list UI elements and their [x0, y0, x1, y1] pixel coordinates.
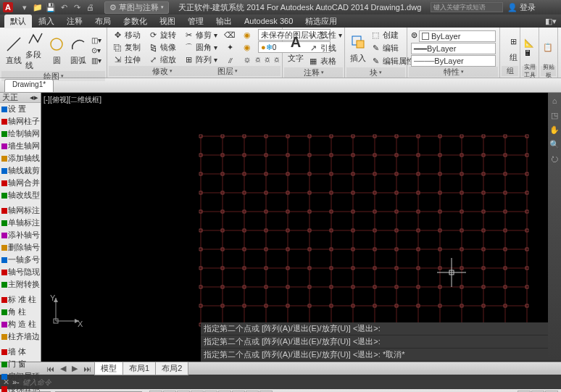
- qat-new-icon[interactable]: ▾: [19, 1, 30, 13]
- qat-open-icon[interactable]: 📁: [32, 1, 43, 13]
- sidebar-item[interactable]: 轴网合并: [0, 177, 41, 189]
- polyline-button[interactable]: 多段线: [25, 29, 46, 71]
- color-combo[interactable]: ByLayer: [419, 30, 496, 42]
- linear-dim-button[interactable]: ↔线性▾: [307, 29, 344, 41]
- sidebar-item[interactable]: 墙生轴网: [0, 140, 41, 152]
- cmd-close-icon[interactable]: ✕: [3, 378, 9, 387]
- nav-viewcube-icon[interactable]: ◳: [549, 110, 560, 120]
- ribbon-tabs: 默认 插入 注释 布局 参数化 视图 管理 输出 Autodesk 360 精选…: [0, 14, 561, 28]
- sidebar-item[interactable]: 门 窗: [0, 358, 41, 370]
- tab-a360[interactable]: Autodesk 360: [238, 15, 299, 27]
- match-prop-icon[interactable]: ⊜: [411, 30, 417, 42]
- leader-button[interactable]: ↗引线: [307, 42, 344, 54]
- sidebar-item[interactable]: 墙 体: [0, 346, 41, 358]
- tab-annotate[interactable]: 注释: [61, 14, 88, 28]
- draw-more-3[interactable]: ▥▾: [90, 56, 103, 65]
- arc-button[interactable]: 圆弧: [68, 35, 88, 66]
- tab-view[interactable]: 视图: [154, 14, 181, 28]
- erase-button[interactable]: ⌫: [223, 29, 236, 41]
- sidebar-item-icon: [1, 131, 7, 137]
- sidebar-item[interactable]: 轴号隐现: [0, 266, 41, 278]
- tab-model[interactable]: 模型: [94, 362, 123, 375]
- tab-manage[interactable]: 管理: [182, 14, 209, 28]
- move-button[interactable]: ✥移动: [111, 29, 142, 41]
- tab-layout[interactable]: 布局: [89, 14, 117, 28]
- sidebar-item[interactable]: 删除轴号: [0, 241, 41, 254]
- sidebar-item[interactable]: 绘制轴网: [0, 128, 41, 140]
- tab-featured[interactable]: 精选应用: [299, 14, 343, 28]
- offset-button[interactable]: ⫽: [223, 54, 236, 66]
- trim-button[interactable]: ✂修剪▾: [182, 29, 219, 41]
- cmd-input[interactable]: [22, 378, 558, 386]
- stretch-button[interactable]: ⇲拉伸: [111, 54, 142, 66]
- fillet-button[interactable]: ⌒圆角▾: [182, 41, 219, 54]
- linetype-combo[interactable]: ──── ByLayer: [411, 55, 496, 67]
- insert-button[interactable]: 插入: [349, 33, 367, 64]
- tab-nav-last[interactable]: ⏭: [80, 364, 94, 373]
- draw-more-1[interactable]: ◫▾: [90, 36, 103, 45]
- qat-save-icon[interactable]: 💾: [45, 1, 57, 13]
- drawing-canvas[interactable]: [-][俯视][二维线框] X Y 指定第二个点或 [阵列(A)/退出(E)/放…: [41, 93, 561, 362]
- sidebar-item[interactable]: 添加轴线: [0, 152, 41, 164]
- qat-undo-icon[interactable]: ↶: [58, 1, 70, 13]
- sidebar-item[interactable]: 单轴标注: [0, 217, 41, 229]
- array-button[interactable]: ⊞阵列▾: [182, 54, 219, 66]
- sidebar-item[interactable]: 构 造 柱: [0, 318, 41, 330]
- sidebar-item[interactable]: 一轴多号: [0, 254, 41, 266]
- sidebar-item[interactable]: 轴网柱子: [0, 115, 41, 128]
- sidebar-item[interactable]: 轴线裁剪: [0, 164, 41, 177]
- qat-redo-icon[interactable]: ↷: [71, 1, 83, 13]
- nav-zoom-icon[interactable]: 🔍: [549, 139, 560, 149]
- nav-home-icon[interactable]: ⌂: [549, 96, 560, 106]
- sidebar-item[interactable]: 角 柱: [0, 306, 41, 318]
- sidebar-item[interactable]: 轴网标注: [0, 204, 41, 217]
- qat-print-icon[interactable]: 🖨: [84, 1, 96, 13]
- panel-layer-title: 图层: [217, 66, 233, 77]
- tab-parametric[interactable]: 参数化: [117, 14, 153, 28]
- sidebar-header[interactable]: 天正 ◂▸: [0, 93, 41, 103]
- rotate-button[interactable]: ⟳旋转: [146, 29, 178, 41]
- tab-insert[interactable]: 插入: [33, 14, 60, 28]
- sidebar-item[interactable]: 添补轴号: [0, 229, 41, 241]
- ribbon-collapse-icon[interactable]: ◧▾: [545, 17, 557, 26]
- workspace-switcher[interactable]: ⚙ 草图与注释 ▾: [104, 1, 169, 14]
- tab-nav-first[interactable]: ⏮: [43, 364, 57, 373]
- axis-grid: [201, 136, 549, 346]
- calc-icon[interactable]: 🖩: [524, 49, 534, 57]
- user-icon: 👤: [507, 3, 518, 12]
- search-box[interactable]: 键入关键字或短语: [431, 2, 503, 12]
- login-button[interactable]: 👤 登录: [507, 2, 536, 13]
- sidebar-item[interactable]: 柱齐墙边: [0, 330, 41, 343]
- lineweight-combo[interactable]: ━━━ ByLayer: [411, 43, 496, 54]
- scale-button[interactable]: ⤢缩放: [146, 54, 178, 66]
- viewport-label[interactable]: [-][俯视][二维线框]: [43, 95, 101, 105]
- mirror-button[interactable]: ⧎镜像: [146, 41, 178, 54]
- sidebar-item[interactable]: 标 准 柱: [0, 293, 41, 306]
- tab-layout2[interactable]: 布局2: [155, 362, 188, 375]
- paste-icon[interactable]: 📋: [543, 43, 553, 52]
- tab-nav-prev[interactable]: ◀: [57, 364, 69, 373]
- text-button[interactable]: A文字: [286, 33, 305, 64]
- line-button[interactable]: 直线: [4, 35, 24, 66]
- sidebar-item[interactable]: 轴改线型: [0, 189, 41, 201]
- layer-tools[interactable]: ⛭⛭ ⛭ ⛭: [241, 54, 282, 66]
- file-tab-drawing1[interactable]: Drawing1*: [4, 79, 54, 92]
- draw-more-2[interactable]: ⊙▾: [90, 46, 103, 55]
- layer-p2[interactable]: ◉: [241, 41, 254, 54]
- layer-p1[interactable]: ◉: [241, 29, 254, 41]
- tab-output[interactable]: 输出: [210, 14, 238, 28]
- nav-orbit-icon[interactable]: ⭮: [549, 154, 560, 164]
- explode-button[interactable]: ✦: [223, 41, 236, 54]
- sidebar-item[interactable]: 设 置: [0, 103, 41, 115]
- table-button[interactable]: ▦表格: [307, 55, 344, 67]
- nav-pan-icon[interactable]: ✋: [549, 125, 560, 135]
- command-line[interactable]: ✕ »-: [0, 375, 561, 389]
- app-logo[interactable]: A: [3, 2, 13, 12]
- tab-layout1[interactable]: 布局1: [122, 362, 156, 375]
- measure-icon[interactable]: 📐: [524, 38, 534, 48]
- copy-button[interactable]: ⿻复制: [111, 41, 142, 54]
- sidebar-item[interactable]: 主附转换: [0, 278, 41, 291]
- circle-button[interactable]: 圆: [47, 35, 67, 66]
- tab-nav-next[interactable]: ▶: [69, 364, 80, 373]
- tab-default[interactable]: 默认: [4, 14, 32, 28]
